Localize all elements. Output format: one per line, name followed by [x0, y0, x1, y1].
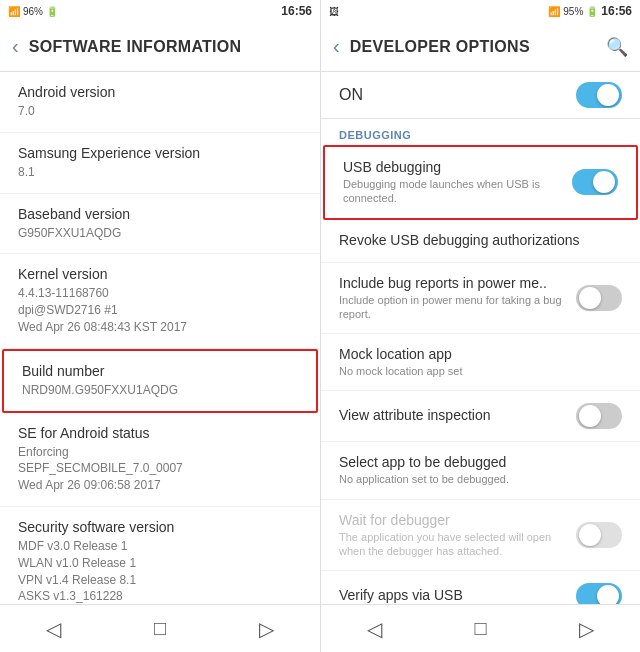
developer-options-toggle[interactable] — [576, 82, 622, 108]
mock-location-text: Mock location app No mock location app s… — [339, 346, 622, 378]
samsung-experience-value: 8.1 — [18, 164, 302, 181]
wifi-icon: 📶 — [8, 6, 20, 17]
right-battery-icon: 🔋 — [586, 6, 598, 17]
right-recent-nav-icon[interactable]: ▷ — [579, 617, 594, 641]
kernel-version-item: Kernel version 4.4.13-11168760dpi@SWD271… — [0, 254, 320, 348]
se-android-value: EnforcingSEPF_SECMOBILE_7.0_0007Wed Apr … — [18, 444, 302, 494]
wait-debugger-title: Wait for debugger — [339, 512, 566, 528]
build-number-item: Build number NRD90M.G950FXXU1AQDG — [2, 349, 318, 413]
right-battery-percent: 95% — [563, 6, 583, 17]
view-attribute-text: View attribute inspection — [339, 407, 576, 425]
bug-reports-sub: Include option in power menu for taking … — [339, 293, 566, 322]
right-content: ON DEBUGGING USB debugging Debugging mod… — [321, 72, 640, 604]
view-attribute-row[interactable]: View attribute inspection — [321, 391, 640, 442]
mock-location-sub: No mock location app set — [339, 364, 612, 378]
revoke-usb-title: Revoke USB debugging authorizations — [339, 232, 612, 248]
right-home-nav-icon[interactable]: □ — [474, 617, 486, 640]
revoke-usb-row[interactable]: Revoke USB debugging authorizations — [321, 220, 640, 263]
security-software-label: Security software version — [18, 519, 302, 535]
usb-debugging-sub: Debugging mode launches when USB is conn… — [343, 177, 562, 206]
android-version-value: 7.0 — [18, 103, 302, 120]
left-status-bar: 📶 96% 🔋 16:56 — [0, 0, 320, 22]
left-recent-nav-icon[interactable]: ▷ — [259, 617, 274, 641]
left-back-nav-icon[interactable]: ◁ — [46, 617, 61, 641]
left-time: 16:56 — [281, 4, 312, 18]
left-home-nav-icon[interactable]: □ — [154, 617, 166, 640]
left-top-bar: ‹ SOFTWARE INFORMATION — [0, 22, 320, 72]
wait-debugger-text: Wait for debugger The application you ha… — [339, 512, 576, 559]
battery-icon: 🔋 — [46, 6, 58, 17]
bug-reports-title: Include bug reports in power me.. — [339, 275, 566, 291]
verify-apps-row[interactable]: Verify apps via USB — [321, 571, 640, 604]
view-attribute-toggle-thumb — [579, 405, 601, 427]
right-back-nav-icon[interactable]: ◁ — [367, 617, 382, 641]
wait-debugger-toggle — [576, 522, 622, 548]
usb-debugging-title: USB debugging — [343, 159, 562, 175]
search-icon[interactable]: 🔍 — [606, 36, 628, 58]
select-app-text: Select app to be debugged No application… — [339, 454, 622, 486]
revoke-usb-text: Revoke USB debugging authorizations — [339, 232, 622, 250]
right-status-icons: 🖼 — [329, 6, 339, 17]
se-android-item: SE for Android status EnforcingSEPF_SECM… — [0, 413, 320, 507]
samsung-experience-label: Samsung Experience version — [18, 145, 302, 161]
baseband-version-item: Baseband version G950FXXU1AQDG — [0, 194, 320, 255]
samsung-experience-item: Samsung Experience version 8.1 — [0, 133, 320, 194]
bug-reports-row[interactable]: Include bug reports in power me.. Includ… — [321, 263, 640, 335]
mock-location-title: Mock location app — [339, 346, 612, 362]
left-content: Android version 7.0 Samsung Experience v… — [0, 72, 320, 604]
bug-reports-text: Include bug reports in power me.. Includ… — [339, 275, 576, 322]
usb-debugging-text: USB debugging Debugging mode launches wh… — [343, 159, 572, 206]
usb-debugging-row[interactable]: USB debugging Debugging mode launches wh… — [323, 145, 638, 220]
toggle-thumb — [597, 84, 619, 106]
verify-apps-title: Verify apps via USB — [339, 587, 566, 603]
view-attribute-title: View attribute inspection — [339, 407, 566, 423]
bug-reports-toggle-thumb — [579, 287, 601, 309]
android-version-label: Android version — [18, 84, 302, 100]
mock-location-row[interactable]: Mock location app No mock location app s… — [321, 334, 640, 391]
usb-debugging-toggle-thumb — [593, 171, 615, 193]
left-back-icon[interactable]: ‹ — [12, 35, 19, 58]
verify-apps-text: Verify apps via USB — [339, 587, 576, 604]
right-status-bar: 🖼 📶 95% 🔋 16:56 — [321, 0, 640, 22]
wait-debugger-toggle-thumb — [579, 524, 601, 546]
select-app-sub: No application set to be debugged. — [339, 472, 612, 486]
left-nav-bar: ◁ □ ▷ — [0, 604, 320, 652]
baseband-version-label: Baseband version — [18, 206, 302, 222]
right-status-right: 📶 95% 🔋 16:56 — [548, 4, 632, 18]
right-back-icon[interactable]: ‹ — [333, 35, 340, 58]
kernel-version-label: Kernel version — [18, 266, 302, 282]
right-panel: 🖼 📶 95% 🔋 16:56 ‹ DEVELOPER OPTIONS 🔍 ON… — [320, 0, 640, 652]
right-page-title: DEVELOPER OPTIONS — [350, 38, 530, 56]
select-app-title: Select app to be debugged — [339, 454, 612, 470]
build-number-label: Build number — [22, 363, 298, 379]
verify-apps-toggle-thumb — [597, 585, 619, 604]
security-software-value: MDF v3.0 Release 1WLAN v1.0 Release 1VPN… — [18, 538, 302, 604]
left-battery-percent: 96% — [23, 6, 43, 17]
usb-debugging-toggle[interactable] — [572, 169, 618, 195]
kernel-version-value: 4.4.13-11168760dpi@SWD2716 #1Wed Apr 26 … — [18, 285, 302, 335]
left-status-icons: 📶 96% 🔋 — [8, 6, 58, 17]
right-time: 16:56 — [601, 4, 632, 18]
left-panel: 📶 96% 🔋 16:56 ‹ SOFTWARE INFORMATION And… — [0, 0, 320, 652]
security-software-item: Security software version MDF v3.0 Relea… — [0, 507, 320, 604]
debugging-section-label: DEBUGGING — [321, 119, 640, 145]
build-number-value: NRD90M.G950FXXU1AQDG — [22, 382, 298, 399]
verify-apps-toggle[interactable] — [576, 583, 622, 604]
right-wifi-icon: 📶 — [548, 6, 560, 17]
bug-reports-toggle[interactable] — [576, 285, 622, 311]
wait-debugger-row: Wait for debugger The application you ha… — [321, 500, 640, 572]
select-app-row[interactable]: Select app to be debugged No application… — [321, 442, 640, 499]
se-android-label: SE for Android status — [18, 425, 302, 441]
wait-debugger-sub: The application you have selected will o… — [339, 530, 566, 559]
on-label: ON — [339, 86, 363, 104]
view-attribute-toggle[interactable] — [576, 403, 622, 429]
on-row: ON — [321, 72, 640, 119]
baseband-version-value: G950FXXU1AQDG — [18, 225, 302, 242]
android-version-item: Android version 7.0 — [0, 72, 320, 133]
left-page-title: SOFTWARE INFORMATION — [29, 38, 242, 56]
right-nav-bar: ◁ □ ▷ — [321, 604, 640, 652]
screenshot-icon: 🖼 — [329, 6, 339, 17]
right-top-bar: ‹ DEVELOPER OPTIONS 🔍 — [321, 22, 640, 72]
